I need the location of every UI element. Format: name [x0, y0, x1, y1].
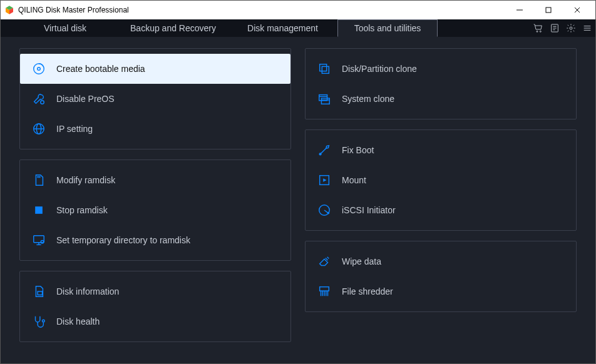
maximize-button[interactable]: [534, 1, 563, 19]
item-modify-ramdisk[interactable]: Modify ramdisk: [20, 165, 290, 195]
panel-boot: Create bootable media Disable PreOS IP s…: [19, 48, 291, 149]
monitor-gear-icon: [31, 233, 46, 248]
app-logo-icon: [4, 5, 14, 15]
svg-rect-27: [34, 236, 44, 243]
globe-icon: [31, 121, 46, 136]
shredder-icon: [317, 284, 332, 299]
item-label: Modify ramdisk: [56, 175, 115, 185]
cart-icon[interactable]: [530, 19, 547, 37]
wrench-gear-icon: [31, 91, 46, 106]
item-fix-boot[interactable]: Fix Boot: [306, 135, 576, 165]
panel-wipe: Wipe data File shredder: [305, 241, 577, 312]
svg-marker-41: [323, 178, 327, 182]
menu-icon[interactable]: [579, 19, 595, 37]
item-disk-information[interactable]: Disk information: [20, 276, 290, 306]
disk-icon: [317, 203, 332, 218]
window-copy-icon: [317, 91, 332, 106]
document-icon: [31, 284, 46, 299]
tab-virtual-disk[interactable]: Virtual disk: [12, 19, 118, 37]
close-button[interactable]: [563, 1, 592, 19]
svg-point-43: [327, 212, 330, 215]
item-label: Stop ramdisk: [56, 205, 108, 215]
item-set-temp-ramdisk[interactable]: Set temporary directory to ramdisk: [20, 225, 290, 255]
svg-point-18: [38, 68, 41, 71]
svg-point-30: [41, 240, 44, 243]
tabbar: Virtual disk Backup and Recovery Disk ma…: [1, 19, 595, 37]
svg-rect-37: [321, 98, 329, 104]
item-label: iSCSI Initiator: [342, 205, 396, 215]
stethoscope-icon: [31, 314, 46, 329]
item-label: Disk/Partition clone: [342, 64, 417, 74]
svg-rect-45: [320, 287, 329, 291]
item-file-shredder[interactable]: File shredder: [306, 276, 576, 306]
item-ip-setting[interactable]: IP setting: [20, 114, 290, 144]
item-iscsi-initiator[interactable]: iSCSI Initiator: [306, 195, 576, 225]
svg-rect-33: [320, 64, 327, 71]
svg-point-7: [537, 31, 538, 32]
item-label: Disk health: [56, 316, 100, 326]
item-label: Fix Boot: [342, 145, 374, 155]
window-title: QILING Disk Master Professional: [18, 6, 505, 14]
left-column: Create bootable media Disable PreOS IP s…: [19, 48, 291, 342]
item-label: System clone: [342, 94, 394, 104]
svg-rect-4: [546, 8, 551, 13]
svg-rect-31: [38, 291, 42, 295]
svg-line-44: [327, 257, 329, 259]
panel-ramdisk: Modify ramdisk Stop ramdisk Set temporar…: [19, 159, 291, 261]
screwdriver-icon: [317, 143, 332, 158]
item-create-bootable-media[interactable]: Create bootable media: [20, 54, 290, 84]
item-wipe-data[interactable]: Wipe data: [306, 246, 576, 276]
eraser-icon: [317, 254, 332, 269]
item-disk-health[interactable]: Disk health: [20, 306, 290, 336]
right-column: Disk/Partition clone System clone Fix Bo…: [305, 48, 577, 342]
panel-fix: Fix Boot Mount iSCSI Initiator: [305, 129, 577, 231]
tab-backup-recovery[interactable]: Backup and Recovery: [118, 19, 228, 37]
item-label: File shredder: [342, 286, 393, 296]
content-area: Create bootable media Disable PreOS IP s…: [1, 37, 595, 353]
sdcard-icon: [31, 173, 46, 188]
svg-point-13: [570, 27, 572, 29]
titlebar: QILING Disk Master Professional: [1, 1, 595, 19]
tab-disk-management[interactable]: Disk management: [228, 19, 337, 37]
svg-point-19: [41, 101, 44, 104]
svg-point-32: [43, 320, 45, 322]
item-mount[interactable]: Mount: [306, 165, 576, 195]
item-disable-preos[interactable]: Disable PreOS: [20, 84, 290, 114]
svg-rect-34: [322, 66, 329, 73]
log-icon[interactable]: [547, 19, 563, 37]
svg-point-8: [540, 31, 541, 32]
stop-icon: [31, 203, 46, 218]
item-stop-ramdisk[interactable]: Stop ramdisk: [20, 195, 290, 225]
item-system-clone[interactable]: System clone: [306, 84, 576, 114]
minimize-button[interactable]: [505, 1, 534, 19]
settings-icon[interactable]: [563, 19, 579, 37]
item-disk-partition-clone[interactable]: Disk/Partition clone: [306, 54, 576, 84]
item-label: Disable PreOS: [56, 94, 115, 104]
disc-icon: [31, 61, 46, 76]
play-icon: [317, 173, 332, 188]
tab-tools-utilities[interactable]: Tools and utilities: [337, 19, 438, 37]
item-label: Disk information: [56, 286, 119, 296]
copy-icon: [317, 61, 332, 76]
panel-disk-info: Disk information Disk health: [19, 271, 291, 342]
item-label: Create bootable media: [56, 64, 145, 74]
item-label: Mount: [342, 175, 366, 185]
panel-clone: Disk/Partition clone System clone: [305, 48, 577, 119]
item-label: IP setting: [56, 124, 93, 134]
item-label: Wipe data: [342, 256, 381, 266]
svg-rect-26: [35, 206, 43, 214]
item-label: Set temporary directory to ramdisk: [56, 235, 190, 245]
